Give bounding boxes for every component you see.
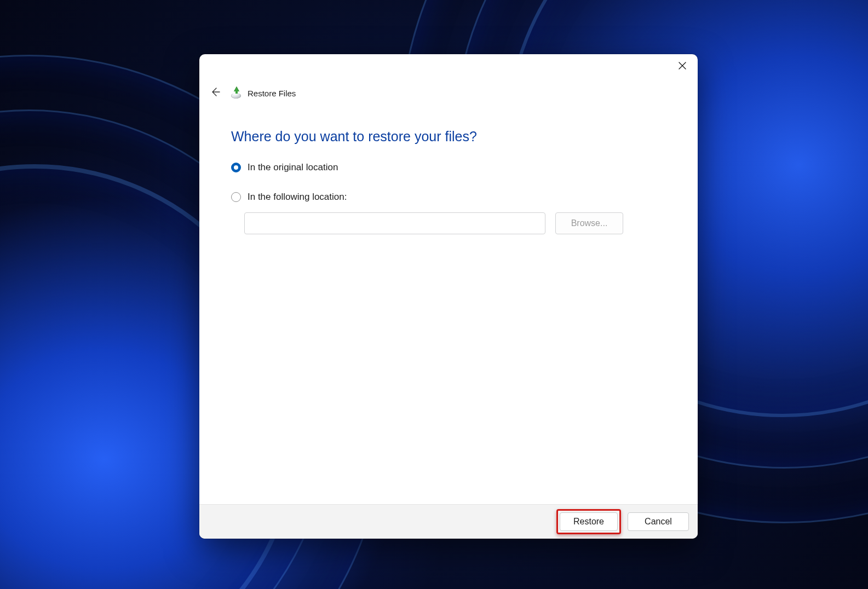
restore-button[interactable]: Restore (560, 512, 618, 531)
browse-button[interactable]: Browse... (555, 212, 623, 234)
option-following-label: In the following location: (248, 192, 347, 203)
back-button[interactable] (207, 85, 223, 101)
restore-files-dialog: Restore Files Where do you want to resto… (199, 54, 698, 539)
desktop-wallpaper: Restore Files Where do you want to resto… (0, 0, 868, 589)
close-button[interactable] (671, 59, 693, 75)
radio-unselected-icon (231, 192, 241, 202)
close-icon (679, 62, 686, 72)
restore-path-input[interactable] (244, 212, 545, 234)
option-original-location[interactable]: In the original location (231, 162, 666, 173)
option-following-location[interactable]: In the following location: (231, 192, 666, 203)
radio-selected-icon (231, 163, 241, 172)
page-heading: Where do you want to restore your files? (231, 129, 666, 145)
restore-button-highlight: Restore (556, 509, 621, 534)
dialog-footer: Restore Cancel (199, 504, 698, 539)
option-original-label: In the original location (248, 162, 338, 173)
back-arrow-icon (210, 86, 221, 100)
restore-files-icon (231, 88, 242, 99)
window-title: Restore Files (248, 89, 296, 98)
cancel-button[interactable]: Cancel (628, 512, 689, 531)
